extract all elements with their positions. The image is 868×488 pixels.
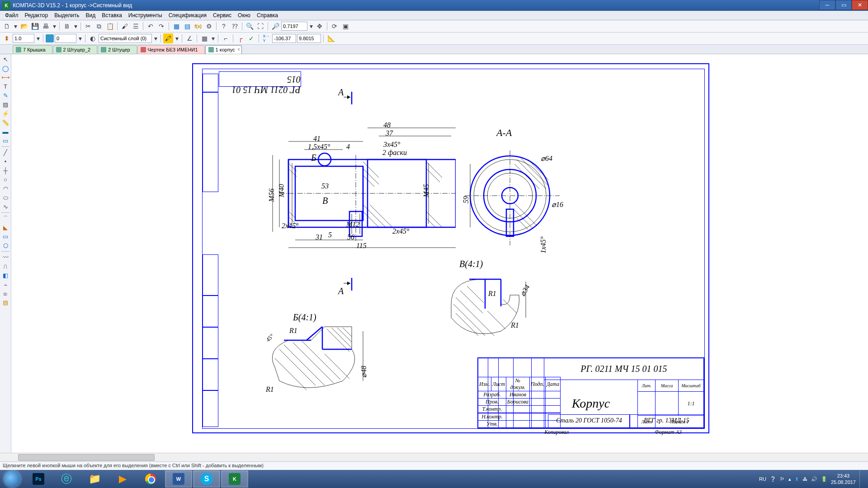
menu-select[interactable]: Выделить xyxy=(51,11,82,19)
chamfer-tool[interactable]: ◣ xyxy=(0,223,10,232)
zoom-dynamic-button[interactable]: 🔎 xyxy=(270,21,280,31)
scale-dropdown-icon[interactable]: ▾ xyxy=(35,33,41,43)
layer-state-icon[interactable]: ◐ xyxy=(88,33,98,43)
fillet-tool[interactable]: ⌒ xyxy=(0,214,10,223)
cut-button[interactable]: ✂ xyxy=(83,21,93,31)
line-tool[interactable]: ╱ xyxy=(0,148,10,157)
collect-tool[interactable]: ⎄ xyxy=(0,289,10,298)
menu-spec[interactable]: Спецификация xyxy=(165,11,210,19)
battery-icon[interactable]: 🔋 xyxy=(821,476,827,482)
bluetooth-icon[interactable]: ⬆ xyxy=(795,476,799,482)
geometry-tool[interactable]: ◯ xyxy=(0,64,10,73)
highlight-dropdown-icon[interactable]: ▾ xyxy=(174,33,179,43)
scrollbar-thumb[interactable] xyxy=(18,454,155,461)
show-desktop-button[interactable] xyxy=(859,470,864,488)
curve-tool[interactable]: 〰 xyxy=(0,253,10,262)
task-word[interactable]: W xyxy=(165,470,192,488)
coord-y-input[interactable] xyxy=(297,34,321,43)
task-ie[interactable]: ⓔ xyxy=(53,470,80,488)
zoom-input[interactable] xyxy=(281,22,307,31)
help-tray-icon[interactable]: ❔ xyxy=(770,476,776,482)
tab-doc-4[interactable]: Чертеж БЕЗ ИМЕНИ1 xyxy=(137,45,205,54)
polygon-tool[interactable]: ⬡ xyxy=(0,241,10,250)
function-button[interactable]: f(x) xyxy=(193,21,203,31)
menu-help[interactable]: Справка xyxy=(254,11,281,19)
task-skype[interactable]: S xyxy=(193,470,220,488)
horizontal-scrollbar[interactable] xyxy=(0,453,868,461)
start-button[interactable] xyxy=(0,470,24,488)
new-dropdown-icon[interactable]: ▾ xyxy=(13,21,18,31)
coord-x-input[interactable] xyxy=(272,34,296,43)
menu-window[interactable]: Окно xyxy=(235,11,254,19)
drawing-canvas[interactable]: РГ 0211 МЧ 15 01 015 xyxy=(11,54,868,453)
hatch-tool[interactable]: ▨ xyxy=(0,100,10,109)
redo-button[interactable]: ↷ xyxy=(156,21,166,31)
layer-combo[interactable]: Системный слой (0) xyxy=(99,34,152,43)
format-painter-button[interactable]: 🖌 xyxy=(120,21,130,31)
zoom-window-button[interactable]: 🔍 xyxy=(245,21,255,31)
highlight-button[interactable]: 🖍 xyxy=(163,33,173,43)
preview-dropdown-icon[interactable]: ▾ xyxy=(73,21,78,31)
minimize-button[interactable]: ─ xyxy=(819,0,835,10)
lang-indicator[interactable]: RU xyxy=(759,476,766,482)
paste-button[interactable]: 📋 xyxy=(105,21,115,31)
dim-tool[interactable]: ⟷ xyxy=(0,73,10,82)
maximize-button[interactable]: ▭ xyxy=(835,0,852,10)
more-tool-2[interactable]: ▭ xyxy=(0,136,10,145)
local-cs-button[interactable]: ✓ xyxy=(246,33,256,43)
manager-button[interactable]: ▤ xyxy=(182,21,192,31)
fill-tool[interactable]: ▨ xyxy=(0,298,10,307)
save-button[interactable]: 💾 xyxy=(30,21,40,31)
layers-button[interactable]: ▦ xyxy=(171,21,181,31)
pan-button[interactable]: ✥ xyxy=(315,21,325,31)
whatsthis-button[interactable]: ⁇ xyxy=(230,21,240,31)
close-button[interactable]: ✕ xyxy=(852,0,868,10)
select-tool[interactable]: ↖ xyxy=(0,55,10,64)
help-button[interactable]: ? xyxy=(219,21,229,31)
tab-doc-3[interactable]: 2 Штуцер xyxy=(98,45,137,54)
text-tool[interactable]: T xyxy=(0,82,10,91)
menu-tools[interactable]: Инструменты xyxy=(125,11,165,19)
round-button[interactable]: ┌ xyxy=(236,33,245,43)
tab-doc-1[interactable]: 7 Крышка xyxy=(13,45,52,54)
measure-tool[interactable]: 📏 xyxy=(0,118,10,127)
grid-button[interactable]: ▦ xyxy=(199,33,209,43)
menu-view[interactable]: Вид xyxy=(83,11,99,19)
arc-tool[interactable]: ◠ xyxy=(0,184,10,193)
menu-file[interactable]: Файл xyxy=(2,11,22,19)
task-chrome[interactable] xyxy=(137,470,164,488)
zoom-dropdown-icon[interactable]: ▾ xyxy=(308,21,314,31)
action-center-icon[interactable]: 🏳 xyxy=(780,476,785,482)
param-tool[interactable]: ⚡ xyxy=(0,109,10,118)
network-icon[interactable]: 🖧 xyxy=(802,476,807,482)
task-wmp[interactable]: ▶ xyxy=(109,470,136,488)
angle-button[interactable]: ∠ xyxy=(184,33,194,43)
more-tool-1[interactable]: ▬ xyxy=(0,127,10,136)
clock[interactable]: 23:43 25.08.2017 xyxy=(831,473,856,485)
show-all-button[interactable]: ▣ xyxy=(340,21,350,31)
tab-doc-2[interactable]: 2 Штуцер_2 xyxy=(53,45,98,54)
layer-combo-dropdown-icon[interactable]: ▾ xyxy=(153,33,158,43)
contour-tool[interactable]: ◧ xyxy=(0,271,10,280)
edit-tool[interactable]: ✎ xyxy=(0,91,10,100)
print-dropdown-icon[interactable]: ▾ xyxy=(52,21,57,31)
menu-insert[interactable]: Вставка xyxy=(99,11,125,19)
open-button[interactable]: 📂 xyxy=(19,21,29,31)
ortho-button[interactable]: ⌐ xyxy=(221,33,231,43)
grid-dropdown-icon[interactable]: ▾ xyxy=(210,33,216,43)
preview-button[interactable]: 🗎 xyxy=(62,21,72,31)
task-kompas[interactable]: K xyxy=(221,470,248,488)
rect-tool[interactable]: ▭ xyxy=(0,232,10,241)
tray-expand-icon[interactable]: ▴ xyxy=(788,476,791,482)
equid-tool[interactable]: ⫠ xyxy=(0,280,10,289)
properties-button[interactable]: ☰ xyxy=(131,21,141,31)
circle-tool[interactable]: ○ xyxy=(0,175,10,184)
menu-service[interactable]: Сервис xyxy=(210,11,235,19)
refresh-button[interactable]: ⟳ xyxy=(330,21,340,31)
spline-tool[interactable]: ∿ xyxy=(0,202,10,211)
copy-button[interactable]: ⧉ xyxy=(94,21,104,31)
variables-button[interactable]: ⚙ xyxy=(204,21,214,31)
print-button[interactable]: 🖶 xyxy=(41,21,51,31)
break-tool[interactable]: ⎍ xyxy=(0,262,10,271)
ellipse-tool[interactable]: ⬭ xyxy=(0,193,10,202)
